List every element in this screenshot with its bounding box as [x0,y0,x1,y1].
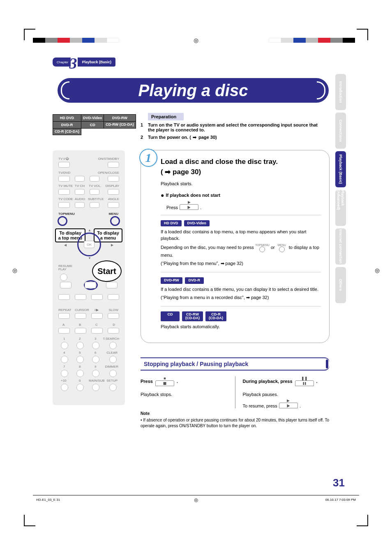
disc-cell: DVD-R [53,122,81,129]
side-tabs: Introduction Connections Playback (Basic… [335,74,346,303]
remote-btn [108,294,119,300]
remote-label-dimmer: DIMMER [105,365,118,368]
remote-btn [75,294,86,300]
disc-badge-row: DVD-RW DVD-R [161,277,321,283]
remote-label-b: B [79,323,81,327]
remote-label-openclose: OPEN/CLOSE [98,171,119,175]
disc-cell: DVD-Video [81,115,104,122]
remote-btn [58,176,70,182]
remote-btn [76,342,84,349]
remote-label-onstandby: ON/STANDBY [98,157,119,161]
step-text: (“Playing from a menu in a recorded disc… [161,295,321,301]
remote-btn [58,328,70,334]
step-text: Playback starts automatically. [161,324,321,330]
remote-btn [90,202,99,208]
registration-icon: ◎ [194,497,198,503]
chapter-ribbon: Chapter 3 Playback (Basic) [53,58,115,67]
disc-badge: CD-R (CD-DA) [205,311,226,322]
remote-btn [90,189,99,195]
page-ref-icon: ➡ [192,135,197,140]
remote-label-resumeplay: RESUME PLAY [58,265,72,271]
disc-cell: DVD-RW [104,115,136,122]
disc-badge-row: CD CD-RW (CD-DA) CD-R (CD-DA) [161,311,321,322]
remote-btn [91,313,103,319]
remote-label-setup: SETUP [106,379,118,382]
remote-label-repeat: REPEAT [58,308,71,312]
step-text: (“Playing from the top menu”, ➡ page 32) [161,260,321,267]
side-tab-others[interactable]: Others [335,267,346,303]
remote-label-tvch: TV CH [75,184,85,188]
step-text: To resume, press [243,403,277,408]
applicable-disc-table: HD DVD DVD-Video DVD-RW DVD-R CD CD-RW (… [53,114,136,135]
step-text: Playback starts. [161,181,321,186]
remote-label-d: D [113,323,115,327]
remote-label-tvvol: TV VOL. [89,184,101,188]
remote-btn [108,189,119,195]
preparation-item: 1 Turn on the TV or audio system and sel… [141,122,325,132]
step-text: Depending on the disc, you may need to p… [161,244,321,259]
side-tab-internet[interactable]: Internet connection [335,228,346,265]
side-tab-connections[interactable]: Connections [335,113,346,149]
disc-cell: CD-R (CD-DA) [53,129,81,135]
crop-mark [357,29,368,40]
color-strip-right [269,38,355,43]
menu-button-icon [279,246,285,252]
remote-btn [92,370,99,377]
remote-btn [75,189,85,195]
remote-btn [58,162,70,168]
side-tab-introduction[interactable]: Introduction [335,74,346,110]
remote-btn [75,328,86,334]
stop-button-icon [155,380,174,386]
side-tab-playback-basic[interactable]: Playback (Basic) [335,151,346,187]
chapter-name: Playback (Basic) [78,58,115,67]
remote-btn [75,176,85,182]
step-text: If a loaded disc contains a title menu, … [161,286,321,293]
remote-btn [90,176,99,182]
remote-label-clear: CLEAR [106,351,118,355]
preparation-list: 1 Turn on the TV or audio system and sel… [141,122,325,143]
remote-btn [58,189,70,195]
chapter-number: 3 [69,59,77,68]
remote-label-slow: SLOW [108,308,118,312]
step-1-box: 1 Load a disc and close the disc tray. (… [141,150,330,343]
step-badge: 1 [139,149,157,167]
remote-btn [108,313,119,319]
remote-btn [91,328,103,334]
disc-cell: CD [81,122,104,129]
remote-btn [75,313,86,319]
remote-btn [58,294,70,300]
if-not-start: ● If playback does not start [161,192,321,198]
topmenu-button-icon [259,246,265,252]
remote-label-c: C [95,323,98,327]
remote-label-tvio: TV I/⏻ [58,157,69,161]
press-label: Press [166,205,178,210]
stop-column: Press ■ . Playback stops. [141,376,235,408]
step-title: Load a disc and close the disc tray. [161,158,321,166]
disc-badge: DVD-Video [184,220,210,226]
remote-label-tvdvd: TV/DVD [58,171,70,175]
remote-btn [58,202,70,208]
step-text: Playback stops. [141,392,228,397]
disc-badge: DVD-RW [161,277,182,283]
step-text: If a loaded disc contains a top menu, a … [161,229,321,242]
remote-label-topmenu: TOPMENU [58,212,75,216]
remote-label-a: A [62,323,65,327]
note-block: Note • If absence of operation or pictur… [141,411,330,429]
remote-btn [61,342,68,349]
step-text: Playback pauses. [243,392,330,397]
side-tab-playback-advanced[interactable]: Playback (Advanced) [335,190,346,226]
remote-btn [75,202,85,208]
disc-badge: CD-RW (CD-DA) [182,311,203,322]
note-text: • If absence of operation or picture pau… [141,417,330,429]
subsection-stop-pause: Stopping playback / Pausing playback Pre… [141,357,330,408]
remote-btn [76,384,84,391]
footer-left: HD-E1_03_E 31 [36,498,60,502]
remote-btn [108,176,119,182]
remote-label-tvmute: TV MUTE [58,184,73,188]
remote-btn [92,342,99,349]
remote-label-angle: ANGLE [108,197,119,201]
disc-cell: CD-RW (CD-DA) [104,122,136,129]
remote-btn [61,356,68,363]
crop-mark [357,515,368,526]
remote-label-audio: AUDIO [75,197,85,201]
